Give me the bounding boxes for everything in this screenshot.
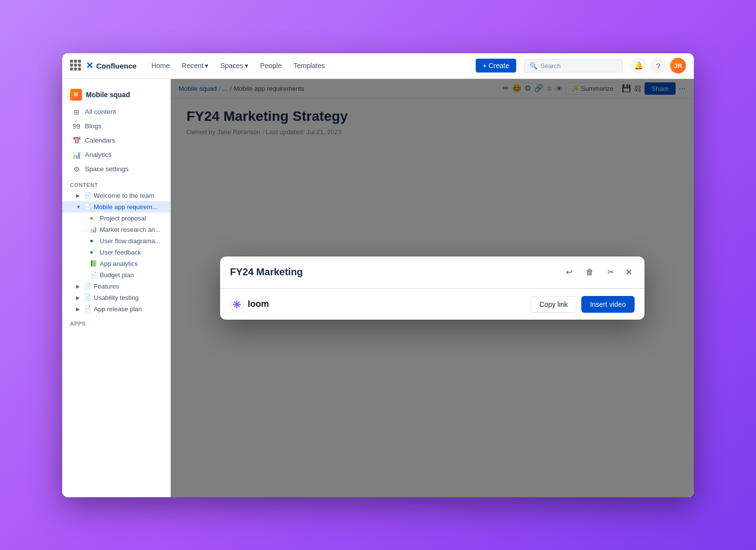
tree-item-label: Project proposal (100, 215, 166, 222)
confluence-logo[interactable]: ✕ Confluence (86, 60, 137, 71)
user-avatar[interactable]: JR (670, 58, 686, 73)
sidebar-tree-usability-testing[interactable]: ▶ 📄 Usability testing (62, 292, 170, 303)
page-icon: 📄 (84, 294, 92, 301)
loom-logo: loom (230, 297, 269, 311)
loom-modal: FY24 Marketing ↩ 🗑 ✂ ✕ (220, 257, 644, 320)
page-icon: 📄 (84, 283, 92, 290)
sidebar-tree-app-analytics[interactable]: 📗 App analytics (62, 258, 170, 269)
sidebar-item-calendars[interactable]: 📅 Calendars (64, 134, 168, 147)
sidebar-content-section: CONTENT (62, 180, 170, 190)
grid-menu-icon[interactable] (70, 60, 82, 72)
close-button[interactable]: ✕ (623, 265, 635, 280)
expand-icon: ▶ (76, 193, 82, 198)
page-icon: 📊 (90, 226, 98, 233)
analytics-icon: 📊 (72, 151, 81, 159)
create-button[interactable]: + Create (476, 59, 516, 73)
page-icon: 📄 (84, 203, 92, 210)
tree-item-label: Features (94, 283, 166, 290)
expand-icon: ▶ (76, 284, 82, 289)
space-avatar: M (70, 89, 82, 101)
blogs-icon: 99 (72, 122, 81, 130)
tree-item-label: Welcome to the team (94, 192, 166, 199)
sidebar-item-space-settings[interactable]: ⚙ Space settings (64, 162, 168, 176)
main-content: Mobile squad / ... / Mobile app requirem… (171, 79, 694, 497)
help-button[interactable]: ? (650, 58, 666, 73)
scissors-button[interactable]: ✂ (603, 264, 618, 280)
search-bar[interactable]: 🔍 Search (524, 59, 623, 73)
sidebar-tree-budget-plan[interactable]: 📄 Budget plan (62, 269, 170, 281)
sidebar-item-label: Space settings (85, 165, 129, 173)
page-icon: 📗 (90, 260, 98, 267)
top-nav: ✕ Confluence Home Recent ▾ Spaces ▾ Peop… (62, 53, 694, 79)
tree-item-label: App release plan (94, 305, 166, 313)
nav-home[interactable]: Home (147, 59, 175, 73)
footer-actions: Copy link Insert video (531, 296, 635, 313)
search-icon: 🔍 (529, 62, 537, 70)
page-icon: ● (90, 249, 98, 256)
sidebar-tree-project-proposal[interactable]: ● Project proposal (62, 213, 170, 224)
tree-item-label: Market research an... (100, 226, 166, 233)
nav-right-icons: 🔔 ? JR (631, 58, 686, 73)
space-name: Mobile squad (86, 91, 130, 99)
sidebar-space-header: M Mobile squad (62, 85, 170, 105)
sidebar-apps-section: APPS (62, 319, 170, 329)
all-content-icon: ⊞ (72, 108, 81, 116)
settings-icon: ⚙ (72, 165, 81, 173)
tree-item-label: App analytics (100, 260, 166, 267)
sidebar-tree-user-feedback[interactable]: ● User feedback (62, 247, 170, 258)
sidebar-item-label: Analytics (85, 151, 112, 158)
nav-people[interactable]: People (255, 59, 287, 73)
page-icon: 📄 (90, 271, 98, 278)
tree-item-label: Mobile app requirem... (94, 203, 166, 211)
modal-overlay: FY24 Marketing ↩ 🗑 ✂ ✕ (171, 79, 694, 497)
logo-text: Confluence (96, 62, 137, 70)
nav-recent[interactable]: Recent ▾ (177, 59, 213, 73)
sidebar-item-label: Blogs (85, 122, 102, 130)
content-area: M Mobile squad ⊞ All content 99 Blogs 📅 … (62, 79, 694, 497)
tree-item-label: Budget plan (100, 271, 166, 279)
copy-link-button[interactable]: Copy link (531, 296, 576, 313)
tree-item-label: User flow diagrama... (100, 237, 166, 245)
logo-icon: ✕ (86, 60, 93, 71)
undo-button[interactable]: ↩ (561, 264, 577, 280)
sidebar: M Mobile squad ⊞ All content 99 Blogs 📅 … (62, 79, 171, 497)
sidebar-item-all-content[interactable]: ⊞ All content (64, 105, 168, 119)
nav-templates[interactable]: Templates (289, 59, 330, 73)
sidebar-tree-mobile-app[interactable]: ▼ 📄 Mobile app requirem... (62, 201, 170, 213)
sidebar-item-label: All content (85, 108, 116, 115)
expand-icon: ▼ (76, 204, 82, 210)
browser-window: ✕ Confluence Home Recent ▾ Spaces ▾ Peop… (62, 53, 694, 497)
expand-icon: ▶ (76, 306, 82, 312)
page-icon: ● (90, 215, 98, 221)
sidebar-tree-app-release[interactable]: ▶ 📄 App release plan (62, 303, 170, 315)
nav-links: Home Recent ▾ Spaces ▾ People Templates (147, 59, 472, 73)
modal-header: FY24 Marketing ↩ 🗑 ✂ ✕ (220, 257, 644, 289)
delete-button[interactable]: 🗑 (582, 264, 598, 280)
sidebar-tree-features[interactable]: ▶ 📄 Features (62, 281, 170, 292)
calendars-icon: 📅 (72, 137, 81, 145)
sidebar-tree-welcome[interactable]: ▶ 📄 Welcome to the team (62, 190, 170, 201)
notifications-button[interactable]: 🔔 (631, 58, 646, 73)
sidebar-item-blogs[interactable]: 99 Blogs (64, 119, 168, 133)
modal-title: FY24 Marketing (230, 266, 303, 278)
insert-video-button[interactable]: Insert video (581, 296, 635, 313)
loom-snowflake-icon (230, 297, 244, 311)
sidebar-item-label: Calendars (85, 137, 115, 144)
sidebar-item-analytics[interactable]: 📊 Analytics (64, 148, 168, 162)
page-icon: ● (90, 237, 98, 244)
expand-icon: ▶ (76, 295, 82, 300)
nav-spaces[interactable]: Spaces ▾ (215, 59, 253, 73)
sidebar-tree-market-research[interactable]: 📊 Market research an... (62, 224, 170, 235)
page-icon: 📄 (84, 192, 92, 199)
page-icon: 📄 (84, 305, 92, 312)
loom-text: loom (248, 299, 269, 309)
modal-footer: loom Copy link Insert video (220, 289, 644, 320)
sidebar-tree-user-flow[interactable]: ● User flow diagrama... (62, 235, 170, 247)
tree-item-label: Usability testing (94, 294, 166, 301)
tree-item-label: User feedback (100, 249, 166, 256)
modal-header-actions: ↩ 🗑 ✂ ✕ (561, 264, 635, 280)
